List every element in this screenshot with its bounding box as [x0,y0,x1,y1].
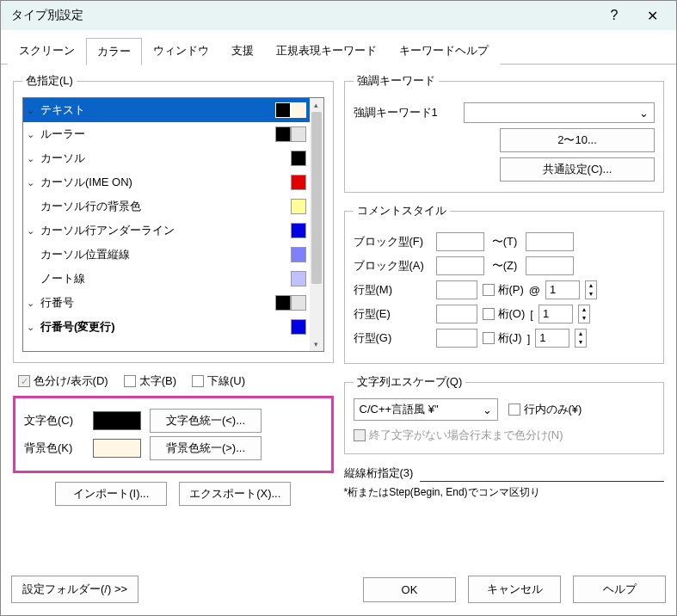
list-item[interactable]: ⌄カーソル [23,146,310,170]
block-f-end-input[interactable] [526,232,574,251]
list-item[interactable]: カーソル行の背景色 [23,194,310,219]
col-p-value[interactable]: 1 [545,280,580,299]
list-item[interactable]: ⌄カーソル行アンダーライン [23,219,310,243]
list-item-label: テキスト [39,102,275,118]
list-item-label: カーソル行アンダーライン [39,223,291,238]
keyword1-select[interactable]: ⌄ [464,102,655,123]
keyword-more-button[interactable]: 2〜10... [500,128,655,152]
list-item[interactable]: ⌄カーソル(IME ON) [23,170,310,194]
bg-color-well[interactable] [93,439,141,458]
bg-label: 背景色(K) [24,440,84,456]
block-a-start-input[interactable] [436,256,484,275]
line-g-row: 行型(G) 桁(J) ] 1 ▴▾ [354,329,655,348]
fg-unify-button[interactable]: 文字色統一(<)... [150,409,262,433]
bold-check[interactable]: 太字(B) [124,373,176,389]
col-j-check[interactable]: 桁(J) [483,330,522,346]
fg-color-well[interactable] [93,411,141,430]
tab-window[interactable]: ウィンドウ [142,37,220,65]
block-f-label: ブロック型(F) [354,234,431,249]
tab-screen[interactable]: スクリーン [8,37,86,65]
block-f-start-input[interactable] [436,232,484,251]
bg-swatch [291,295,306,311]
help-button[interactable]: ヘルプ [573,576,666,603]
color-swatches [291,175,306,190]
color-listbox[interactable]: ⌄テキスト⌄ルーラー⌄カーソル⌄カーソル(IME ON)カーソル行の背景色⌄カー… [22,97,324,352]
bg-swatch [291,126,306,142]
export-button[interactable]: エクスポート(X)... [179,482,291,506]
color-swatches [291,247,306,262]
listbox-scrollbar[interactable]: ▴ ▾ [310,98,323,351]
keyword1-row: 強調キーワード1 ⌄ [354,102,655,123]
fg-swatch [275,102,291,118]
expand-icon: ⌄ [27,298,39,309]
settings-folder-button[interactable]: 設定フォルダー(/) >> [11,576,138,603]
block-a-row: ブロック型(A) 〜(Z) [354,256,655,275]
tab-color[interactable]: カラー [86,38,142,65]
ok-button[interactable]: OK [363,577,456,602]
col-o-spinner[interactable]: ▴▾ [578,305,590,323]
list-item[interactable]: カーソル位置縦線 [23,243,310,267]
list-item-label: カーソル [39,151,291,166]
window-title: タイプ別設定 [11,8,595,23]
fg-swatch [291,271,306,286]
spin-down-icon: ▾ [579,314,589,323]
colorize-check[interactable]: ✓ 色分け/表示(D) [18,373,108,389]
block-a-end-input[interactable] [526,256,574,275]
scroll-down-icon[interactable]: ▾ [310,337,323,351]
list-item[interactable]: ⌄行番号(変更行) [23,315,310,339]
bg-swatch [291,199,306,214]
fg-swatch [291,247,306,262]
close-icon[interactable]: ✕ [633,3,671,28]
vline-input[interactable] [420,465,664,482]
bg-unify-button[interactable]: 背景色統一(>)... [150,436,262,460]
fg-swatch [275,126,291,142]
color-spec-group: 色指定(L) ⌄テキスト⌄ルーラー⌄カーソル⌄カーソル(IME ON)カーソル行… [13,73,334,363]
list-item[interactable]: ⌄行番号 [23,291,310,315]
list-item-label: ルーラー [39,126,275,142]
eol-colorize-check: 終了文字がない場合行末まで色分け(N) [354,428,655,443]
inline-only-check[interactable]: 行内のみ(¥) [508,402,582,417]
spin-up-icon: ▴ [579,305,589,314]
color-swatches [275,102,306,118]
color-swatches [291,319,306,335]
import-button[interactable]: インポート(I)... [55,482,167,506]
list-item[interactable]: ⌄テキスト [23,98,310,122]
checkbox-icon [508,403,520,416]
bold-label: 太字(B) [139,373,176,389]
line-m-input[interactable] [436,280,477,299]
col-p-spinner[interactable]: ▴▾ [585,280,597,299]
style-checks-row: ✓ 色分け/表示(D) 太字(B) 下線(U) [18,373,334,389]
expand-icon: ⌄ [27,153,39,164]
fg-swatch [291,151,306,166]
col-o-check[interactable]: 桁(O) [483,306,526,322]
keyword-common-button[interactable]: 共通設定(C)... [500,157,655,182]
checkbox-icon [483,332,495,344]
at-label: @ [529,284,540,297]
scroll-thumb[interactable] [311,112,322,284]
escape-select[interactable]: C/C++言語風 ¥" ⌄ [354,398,498,421]
list-item[interactable]: ノート線 [23,267,310,291]
list-item[interactable]: ⌄ルーラー [23,122,310,146]
dialog-footer: 設定フォルダー(/) >> OK キャンセル ヘルプ [11,576,666,603]
chevron-down-icon: ⌄ [639,107,649,120]
cancel-button[interactable]: キャンセル [468,576,561,603]
keyword-group: 強調キーワード 強調キーワード1 ⌄ 2〜10... 共通設定(C)... [344,73,665,193]
scroll-up-icon[interactable]: ▴ [310,98,323,112]
list-item-label: 行番号 [39,295,275,311]
help-icon[interactable]: ? [595,3,633,28]
bracket-r-label: ] [527,332,531,345]
tab-keyword-help[interactable]: キーワードヘルプ [388,37,500,65]
underline-check[interactable]: 下線(U) [192,373,245,389]
line-g-input[interactable] [436,329,477,348]
col-j-value[interactable]: 1 [535,329,569,348]
escape-group: 文字列エスケープ(Q) C/C++言語風 ¥" ⌄ 行内のみ(¥) 終了文字がな… [344,374,665,454]
col-j-spinner[interactable]: ▴▾ [575,329,587,348]
tab-strip: スクリーン カラー ウィンドウ 支援 正規表現キーワード キーワードヘルプ [1,30,676,65]
fg-label: 文字色(C) [24,413,84,428]
line-e-input[interactable] [436,305,477,323]
tab-regex-keyword[interactable]: 正規表現キーワード [265,37,388,65]
color-swatches [291,199,306,214]
tab-support[interactable]: 支援 [220,37,265,65]
col-o-value[interactable]: 1 [539,305,573,323]
col-p-check[interactable]: 桁(P) [483,282,524,298]
